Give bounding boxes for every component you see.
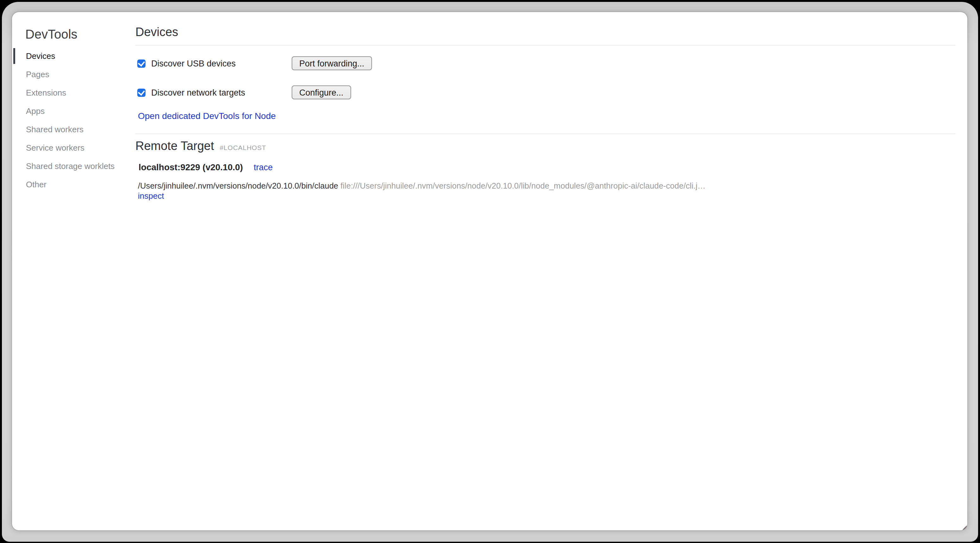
window-frame: DevTools Devices Pages Extensions Apps S…	[2, 2, 978, 542]
screen: DevTools Devices Pages Extensions Apps S…	[0, 0, 980, 543]
discover-network-row: Discover network targets Configure...	[135, 85, 955, 100]
localhost-tag: #LOCALHOST	[220, 144, 266, 151]
sidebar-item-extensions[interactable]: Extensions	[12, 84, 135, 102]
sidebar-item-devices[interactable]: Devices	[12, 47, 135, 65]
target-row: localhost:9229 (v20.10.0)trace	[138, 162, 955, 173]
remote-target-title: Remote Target#LOCALHOST	[135, 139, 955, 154]
inspect-row: inspect	[138, 191, 955, 201]
app-title: DevTools	[25, 27, 135, 42]
inspect-link[interactable]: inspect	[138, 191, 164, 201]
target-details: /Users/jinhuilee/.nvm/versions/node/v20.…	[138, 181, 955, 201]
open-node-devtools-link[interactable]: Open dedicated DevTools for Node	[138, 111, 276, 121]
divider	[135, 134, 955, 134]
discover-usb-checkbox check-icon[interactable]	[137, 59, 145, 67]
process-path: /Users/jinhuilee/.nvm/versions/node/v20.…	[138, 181, 338, 191]
target-name: localhost:9229 (v20.10.0)	[138, 162, 243, 172]
sidebar-nav: Devices Pages Extensions Apps Shared wor…	[12, 47, 135, 194]
configure-button[interactable]: Configure...	[292, 86, 351, 99]
main-panel: Devices Discover USB devices Port forwar…	[135, 12, 955, 201]
sidebar-item-service-workers[interactable]: Service workers	[12, 139, 135, 157]
sidebar-item-pages[interactable]: Pages	[12, 65, 135, 84]
sidebar-item-shared-storage-worklets[interactable]: Shared storage worklets	[12, 157, 135, 175]
resize-grip-icon[interactable]	[962, 525, 967, 530]
trace-link[interactable]: trace	[254, 162, 273, 172]
target-path-line: /Users/jinhuilee/.nvm/versions/node/v20.…	[138, 181, 955, 191]
divider	[135, 45, 955, 46]
sidebar-item-apps[interactable]: Apps	[12, 102, 135, 120]
discover-usb-row: Discover USB devices Port forwarding...	[135, 56, 955, 71]
sidebar-item-other[interactable]: Other	[12, 175, 135, 194]
discover-network-label[interactable]: Discover network targets	[151, 88, 245, 97]
remote-target-heading-text: Remote Target	[135, 139, 214, 153]
node-devtools-row: Open dedicated DevTools for Node	[135, 111, 955, 121]
devtools-inspect-page: DevTools Devices Pages Extensions Apps S…	[12, 12, 967, 530]
page-title: Devices	[135, 25, 955, 39]
discover-usb-label[interactable]: Discover USB devices	[151, 59, 235, 68]
sidebar: DevTools Devices Pages Extensions Apps S…	[12, 12, 135, 530]
module-url: file:///Users/jinhuilee/.nvm/versions/no…	[340, 181, 705, 191]
discover-network-checkbox check-icon[interactable]	[137, 88, 145, 97]
port-forwarding-button[interactable]: Port forwarding...	[292, 56, 372, 70]
sidebar-item-shared-workers[interactable]: Shared workers	[12, 120, 135, 139]
